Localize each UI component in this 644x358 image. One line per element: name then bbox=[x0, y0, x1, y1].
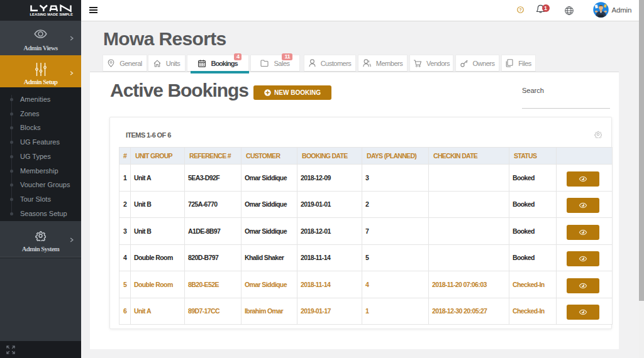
svg-text:?: ? bbox=[519, 7, 522, 13]
svg-text:LEASING MADE SIMPLE: LEASING MADE SIMPLE bbox=[30, 12, 74, 16]
